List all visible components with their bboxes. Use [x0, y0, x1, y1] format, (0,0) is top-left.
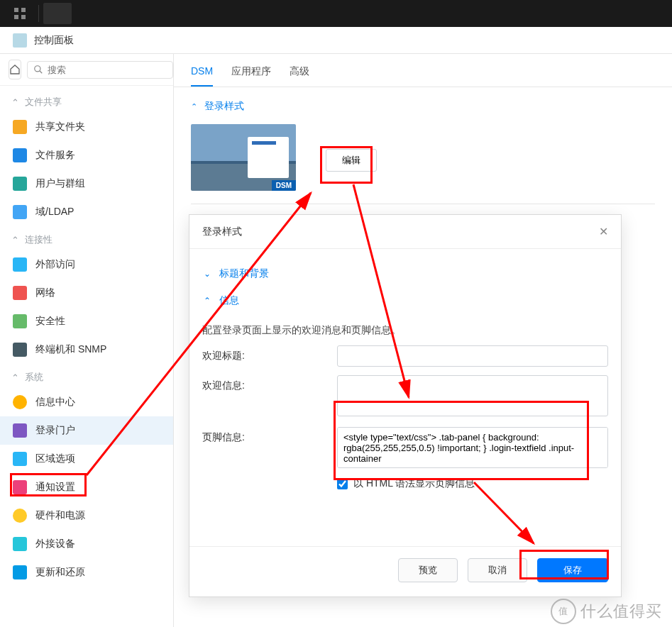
tabs: DSM 应用程序 高级	[174, 54, 672, 87]
sidebar-item-external[interactable]: 外接设备	[0, 530, 173, 558]
tab-apps[interactable]: 应用程序	[231, 65, 271, 87]
sidebar-item-label: 区域选项	[35, 453, 75, 465]
search-icon	[33, 65, 43, 74]
nav-group-fileshare[interactable]: ⌃ 文件共享	[0, 89, 173, 113]
watermark-badge-icon: 值	[551, 599, 576, 624]
nav-group-label: 系统	[25, 371, 43, 384]
terminal-icon	[13, 343, 27, 357]
sidebar-item-terminal[interactable]: 终端机和 SNMP	[0, 335, 173, 364]
bell-icon	[13, 480, 27, 494]
sidebar-item-label: 终端机和 SNMP	[35, 343, 106, 356]
sidebar-item-label: 共享文件夹	[35, 121, 85, 133]
modal-footer: 预览 取消 保存	[189, 546, 621, 597]
sidebar-search[interactable]	[27, 61, 173, 79]
svg-rect-2	[14, 15, 18, 19]
watermark-text: 什么值得买	[580, 601, 662, 622]
regional-icon	[13, 452, 27, 466]
modal-description: 配置登录页面上显示的欢迎消息和页脚信息。	[202, 324, 608, 337]
home-button[interactable]	[9, 60, 21, 79]
svg-point-4	[35, 66, 40, 72]
tab-dsm[interactable]: DSM	[191, 65, 213, 87]
login-card-preview	[248, 137, 289, 178]
watermark: 值 什么值得买	[551, 599, 662, 624]
modal-body: ⌄ 标题和背景 ⌃ 信息 配置登录页面上显示的欢迎消息和页脚信息。 欢迎标题: …	[189, 249, 621, 546]
taskbar	[0, 0, 672, 27]
login-style-modal: 登录样式 ✕ ⌄ 标题和背景 ⌃ 信息 配置登录页面上显示的欢迎消息和页脚信息。…	[189, 214, 622, 597]
sidebar-top-row	[0, 54, 173, 86]
nav-group-connect[interactable]: ⌃ 连接性	[0, 226, 173, 250]
sidebar-item-label: 域/LDAP	[35, 206, 74, 218]
close-icon[interactable]: ✕	[599, 225, 608, 238]
update-icon	[13, 565, 27, 579]
search-input[interactable]	[48, 65, 167, 75]
shield-icon	[13, 314, 27, 328]
edit-button[interactable]: 编辑	[326, 149, 377, 172]
input-footer[interactable]	[337, 427, 608, 468]
input-welcome-title[interactable]	[337, 345, 608, 367]
nav: ⌃ 文件共享 共享文件夹 文件服务 用户与群组 域/LDAP ⌃ 连接性	[0, 86, 173, 601]
modal-header: 登录样式 ✕	[189, 215, 621, 249]
sidebar-item-label: 信息中心	[35, 396, 75, 409]
home-icon	[9, 64, 21, 75]
folder-icon	[13, 120, 27, 134]
label-welcome-msg: 欢迎信息:	[202, 375, 337, 392]
sidebar-item-label: 网络	[35, 287, 55, 299]
ldap-icon	[13, 205, 27, 219]
chevron-up-icon: ⌃	[11, 235, 19, 245]
sidebar-item-sharedfolder[interactable]: 共享文件夹	[0, 113, 173, 141]
sidebar-item-loginportal[interactable]: 登录门户	[0, 416, 173, 445]
taskbar-app-control-panel[interactable]	[43, 3, 72, 24]
apps-launcher-icon[interactable]	[6, 3, 34, 24]
checkbox-html-footer-box[interactable]	[337, 479, 348, 489]
svg-rect-3	[21, 15, 26, 19]
sidebar-item-ldap[interactable]: 域/LDAP	[0, 198, 173, 226]
sidebar-item-regional[interactable]: 区域选项	[0, 445, 173, 473]
sidebar-item-label: 外接设备	[35, 538, 75, 550]
input-welcome-msg[interactable]	[337, 375, 608, 416]
sidebar-item-label: 硬件和电源	[35, 509, 85, 522]
checkbox-label: 以 HTML 语法显示页脚信息	[353, 477, 475, 490]
nav-group-label: 文件共享	[25, 96, 62, 109]
sidebar-item-network[interactable]: 网络	[0, 279, 173, 307]
sidebar-item-usergroup[interactable]: 用户与群组	[0, 170, 173, 198]
control-panel-icon	[13, 33, 27, 48]
section-header-login-style[interactable]: ⌃ 登录样式	[191, 100, 655, 113]
sidebar-item-fileservice[interactable]: 文件服务	[0, 141, 173, 170]
sidebar-item-notify[interactable]: 通知设置	[0, 473, 173, 501]
chevron-up-icon: ⌃	[191, 102, 197, 111]
acc-label: 信息	[219, 294, 239, 307]
login-portal-icon	[13, 423, 27, 438]
sidebar-item-label: 用户与群组	[35, 177, 85, 190]
svg-rect-1	[21, 8, 26, 12]
nav-group-label: 连接性	[25, 233, 53, 246]
section-login-style: ⌃ 登录样式 DSM 编辑	[174, 87, 672, 204]
sidebar-item-label: 文件服务	[35, 149, 75, 162]
info-icon	[13, 395, 27, 409]
chevron-down-icon: ⌄	[202, 269, 212, 279]
chevron-up-icon: ⌃	[11, 97, 19, 108]
label-welcome-title: 欢迎标题:	[202, 345, 337, 362]
nav-group-system[interactable]: ⌃ 系统	[0, 364, 173, 388]
acc-title-background[interactable]: ⌄ 标题和背景	[202, 260, 608, 287]
login-style-thumbnail[interactable]: DSM	[191, 124, 296, 191]
checkbox-html-footer[interactable]: 以 HTML 语法显示页脚信息	[337, 477, 608, 490]
acc-info[interactable]: ⌃ 信息	[202, 287, 608, 314]
external-device-icon	[13, 537, 27, 551]
network-icon	[13, 286, 27, 300]
preview-button[interactable]: 预览	[398, 558, 458, 582]
sidebar-item-label: 外部访问	[35, 258, 75, 271]
dsm-badge: DSM	[272, 180, 296, 191]
sidebar-item-label: 更新和还原	[35, 566, 85, 579]
sidebar-item-extaccess[interactable]: 外部访问	[0, 250, 173, 279]
window-titlebar: 控制面板	[0, 27, 672, 54]
cancel-button[interactable]: 取消	[468, 558, 527, 582]
sidebar-item-hardware[interactable]: 硬件和电源	[0, 501, 173, 530]
sidebar: ⌃ 文件共享 共享文件夹 文件服务 用户与群组 域/LDAP ⌃ 连接性	[0, 54, 174, 627]
sidebar-item-update[interactable]: 更新和还原	[0, 558, 173, 587]
label-footer: 页脚信息:	[202, 427, 337, 444]
tab-advanced[interactable]: 高级	[290, 65, 309, 87]
sidebar-item-infocenter[interactable]: 信息中心	[0, 388, 173, 416]
sidebar-item-security[interactable]: 安全性	[0, 307, 173, 335]
sidebar-item-label: 登录门户	[35, 424, 75, 437]
save-button[interactable]: 保存	[537, 558, 608, 582]
